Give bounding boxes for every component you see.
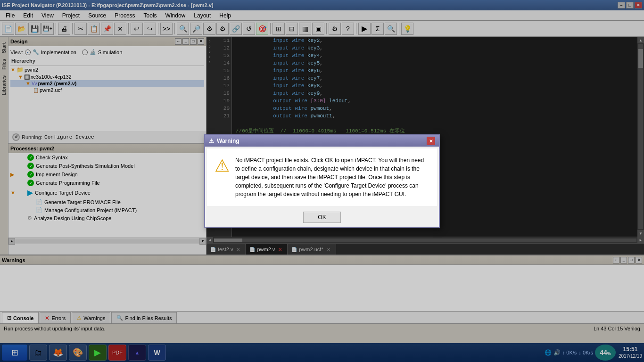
- dialog-overlay: ⚠ Warning ✕ ⚠ No iMPACT project file exi…: [0, 0, 644, 362]
- dialog-title-content: ⚠ Warning: [209, 138, 239, 144]
- dialog-message: No iMPACT project file exists. Click OK …: [235, 156, 429, 198]
- dialog-title-text: Warning: [217, 138, 239, 144]
- dialog-warning-symbol: ⚠: [215, 156, 230, 198]
- dialog-footer: OK: [205, 208, 439, 227]
- dialog-body: ⚠ No iMPACT project file exists. Click O…: [207, 148, 437, 206]
- dialog-ok-button[interactable]: OK: [303, 212, 341, 223]
- warning-dialog: ⚠ Warning ✕ ⚠ No iMPACT project file exi…: [204, 134, 440, 228]
- dialog-close-button[interactable]: ✕: [427, 137, 435, 145]
- dialog-warning-icon: ⚠: [209, 138, 214, 144]
- dialog-title-bar: ⚠ Warning ✕: [205, 135, 439, 147]
